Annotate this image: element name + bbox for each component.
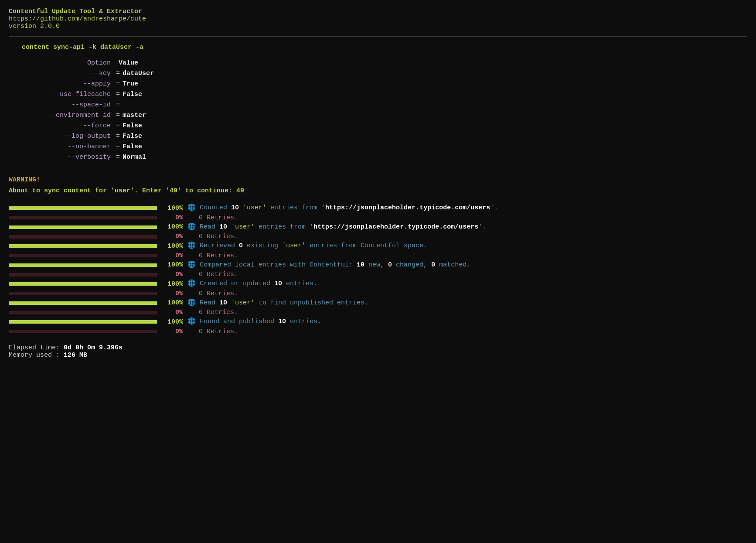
progress-row-top: 100% 🌐 Found and published 10 entries. xyxy=(9,317,747,327)
progress-bar-container-pink xyxy=(9,311,166,314)
options-row: --space-id = xyxy=(17,100,747,110)
options-row: --force = False xyxy=(17,121,747,131)
progress-bar-container xyxy=(9,263,166,267)
progress-row-bottom: 0% 0 Retries. xyxy=(9,214,747,222)
progress-row-bottom: 0% 0 Retries. xyxy=(9,252,747,260)
warning-label: WARNING! xyxy=(9,176,747,184)
options-header-option: Option xyxy=(17,58,113,68)
opt-val: False xyxy=(123,142,142,152)
opt-name: --verbosity xyxy=(17,152,113,163)
opt-name: --log-output xyxy=(17,131,113,142)
progress-row-bottom: 0% 0 Retries. xyxy=(9,328,747,335)
retries-text: 0 Retries. xyxy=(187,309,238,316)
progress-text: 🌐 Compared local entries with Contentful… xyxy=(187,260,747,270)
progress-pct-100: 100% xyxy=(166,280,187,288)
opt-eq: = xyxy=(113,131,123,142)
progress-bar-fill-green xyxy=(9,263,157,267)
opt-eq: = xyxy=(113,142,123,152)
header-url: https://github.com/andresharpe/cute xyxy=(9,15,747,23)
options-table: Option Value --key = dataUser--apply = T… xyxy=(17,58,747,163)
opt-name: --space-id xyxy=(17,100,113,110)
retries-text: 0 Retries. xyxy=(187,252,238,260)
divider-2 xyxy=(9,170,747,170)
progress-bar-container xyxy=(9,206,166,210)
progress-bar-outer-pink xyxy=(9,216,157,219)
memory-value: 126 MB xyxy=(64,352,87,359)
options-row: --apply = True xyxy=(17,79,747,89)
progress-bar-fill-green xyxy=(9,282,157,286)
options-header-value: Value xyxy=(119,58,138,68)
progress-row-top: 100% 🌐 Read 10 'user' entries from 'http… xyxy=(9,222,747,232)
progress-bar-fill-green xyxy=(9,301,157,305)
progress-text: 🌐 Read 10 'user' to find unpublished ent… xyxy=(187,298,747,308)
progress-section: 100% 🌐 Counted 10 'user' entries from 'h… xyxy=(9,203,747,335)
opt-name: --environment-id xyxy=(17,110,113,121)
progress-row-top: 100% 🌐 Created or updated 10 entries. xyxy=(9,279,747,289)
progress-pct-0: 0% xyxy=(166,233,187,240)
progress-bar-outer-green xyxy=(9,206,157,210)
progress-bar-container xyxy=(9,244,166,248)
opt-val: False xyxy=(123,131,142,142)
opt-eq: = xyxy=(113,152,123,163)
retries-text: 0 Retries. xyxy=(187,271,238,278)
opt-name: --force xyxy=(17,121,113,131)
progress-text: 🌐 Retrieved 0 existing 'user' entries fr… xyxy=(187,241,747,251)
progress-pct-100: 100% xyxy=(166,205,187,212)
progress-bar-container-pink xyxy=(9,330,166,333)
options-row: --use-filecache = False xyxy=(17,89,747,100)
progress-bar-container xyxy=(9,320,166,324)
options-row: --key = dataUser xyxy=(17,68,747,79)
header-version: version 2.0.0 xyxy=(9,23,747,30)
progress-row-top: 100% 🌐 Read 10 'user' to find unpublishe… xyxy=(9,298,747,308)
opt-val: True xyxy=(123,79,138,89)
progress-row-bottom: 0% 0 Retries. xyxy=(9,271,747,278)
progress-row-bottom: 0% 0 Retries. xyxy=(9,290,747,297)
progress-pct-0: 0% xyxy=(166,252,187,260)
progress-bar-fill-green xyxy=(9,206,157,210)
progress-pct-0: 0% xyxy=(166,309,187,316)
opt-name: --no-banner xyxy=(17,142,113,152)
progress-bar-container xyxy=(9,301,166,305)
opt-val: dataUser xyxy=(123,68,154,79)
opt-eq: = xyxy=(113,89,123,100)
progress-bar-fill-green xyxy=(9,244,157,248)
progress-bar-fill-green xyxy=(9,225,157,229)
opt-name: --key xyxy=(17,68,113,79)
progress-bar-outer-pink xyxy=(9,292,157,295)
progress-bar-outer-green xyxy=(9,263,157,267)
progress-bar-outer-green xyxy=(9,282,157,286)
elapsed-value: 0d 0h 0m 9.396s xyxy=(64,344,123,352)
progress-text: 🌐 Created or updated 10 entries. xyxy=(187,279,747,289)
progress-text: 🌐 Counted 10 'user' entries from 'https:… xyxy=(187,203,747,213)
options-header-spacer xyxy=(113,58,119,68)
options-row: --environment-id = master xyxy=(17,110,747,121)
progress-bar-fill-green xyxy=(9,320,157,324)
warning-message: About to sync content for 'user'. Enter … xyxy=(9,187,747,195)
progress-bar-outer-pink xyxy=(9,254,157,257)
retries-text: 0 Retries. xyxy=(187,328,238,335)
progress-pct-100: 100% xyxy=(166,223,187,231)
divider-1 xyxy=(9,36,747,37)
progress-pct-0: 0% xyxy=(166,271,187,278)
opt-name: --apply xyxy=(17,79,113,89)
progress-bar-container-pink xyxy=(9,216,166,219)
opt-eq: = xyxy=(113,100,123,110)
opt-val: master xyxy=(123,110,146,121)
progress-pct-100: 100% xyxy=(166,242,187,250)
opt-eq: = xyxy=(113,79,123,89)
progress-pct-0: 0% xyxy=(166,214,187,222)
elapsed-label: Elapsed time: xyxy=(9,344,60,352)
progress-row-top: 100% 🌐 Counted 10 'user' entries from 'h… xyxy=(9,203,747,213)
progress-bar-container-pink xyxy=(9,235,166,239)
opt-eq: = xyxy=(113,68,123,79)
retries-text: 0 Retries. xyxy=(187,214,238,222)
progress-bar-outer-pink xyxy=(9,330,157,333)
retries-text: 0 Retries. xyxy=(187,233,238,240)
progress-bar-outer-pink xyxy=(9,273,157,277)
options-row: --verbosity = Normal xyxy=(17,152,747,163)
memory-label: Memory used : xyxy=(9,352,60,359)
options-row: --log-output = False xyxy=(17,131,747,142)
progress-bar-container xyxy=(9,225,166,229)
progress-bar-container-pink xyxy=(9,254,166,257)
progress-pct-100: 100% xyxy=(166,299,187,307)
